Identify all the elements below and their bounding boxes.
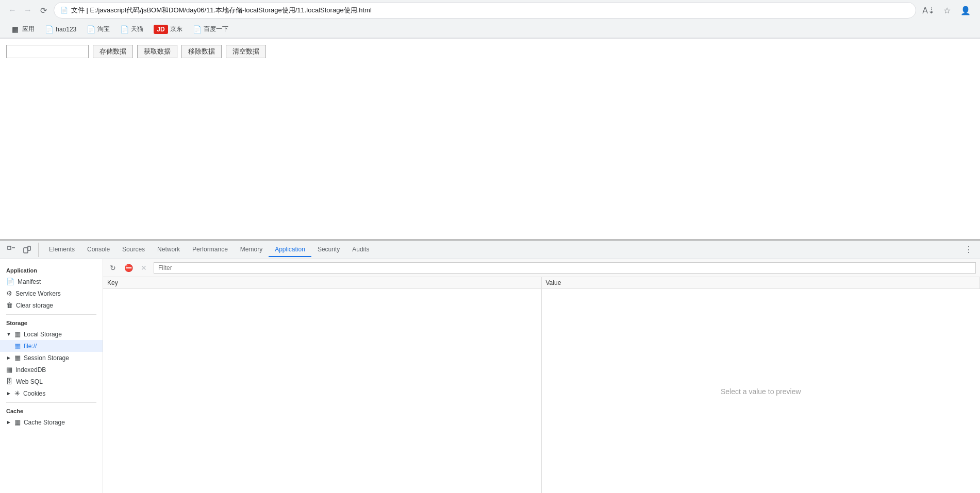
cache-storage-expand-icon: ► — [6, 419, 11, 425]
storage-key-panel — [103, 289, 542, 493]
apps-label: 应用 — [22, 25, 35, 33]
service-workers-icon: ⚙ — [6, 290, 12, 297]
bookmark-tianmao-label: 天猫 — [131, 25, 143, 33]
get-data-button[interactable]: 获取数据 — [137, 45, 177, 58]
sidebar-item-indexeddb[interactable]: ▦ IndexedDB — [0, 364, 103, 376]
sidebar-item-cookies[interactable]: ► ✳ Cookies — [0, 387, 103, 399]
back-button[interactable]: ← — [6, 4, 19, 16]
store-data-button[interactable]: 存储数据 — [93, 45, 133, 58]
tab-application[interactable]: Application — [269, 243, 311, 257]
sidebar-item-websql-label: Web SQL — [16, 378, 43, 385]
sidebar-section-application: Application — [0, 265, 103, 276]
devtools-tabbar: Elements Console Sources Network Perform… — [0, 241, 980, 259]
data-input[interactable] — [6, 45, 89, 58]
bookmark-jd[interactable]: JD 京东 — [150, 23, 186, 36]
sidebar-item-websql[interactable]: 🗄 Web SQL — [0, 376, 103, 387]
value-column-header: Value — [542, 277, 981, 288]
sidebar-divider-2 — [6, 402, 96, 403]
bookmark-baidu[interactable]: 📄 百度一下 — [189, 23, 232, 36]
websql-icon: 🗄 — [6, 378, 13, 385]
address-bar-text: 文件 | E:/javascript代码/jsBOM和DOM/day06/11.… — [71, 6, 909, 15]
device-toggle-icon[interactable] — [20, 243, 34, 257]
apps-button[interactable]: ▦ 应用 — [6, 23, 39, 36]
page-content: 存储数据 获取数据 移除数据 清空数据 — [0, 39, 980, 240]
profile-icon[interactable]: 👤 — [957, 2, 974, 19]
bookmark-icon[interactable]: ☆ — [939, 2, 955, 19]
translate-icon[interactable]: A⇣ — [920, 2, 937, 19]
tab-network[interactable]: Network — [151, 243, 186, 257]
inspect-element-icon[interactable] — [4, 243, 19, 257]
sidebar-item-manifest[interactable]: 📄 Manifest — [0, 276, 103, 287]
sidebar-item-service-workers[interactable]: ⚙ Service Workers — [0, 287, 103, 299]
tab-elements[interactable]: Elements — [43, 243, 81, 257]
cookies-expand-icon: ► — [6, 390, 11, 396]
sidebar-item-local-storage[interactable]: ▼ ▦ Local Storage — [0, 328, 103, 340]
sidebar-item-cache-storage-label: Cache Storage — [24, 419, 65, 426]
nav-buttons: ← → ⟳ — [6, 4, 49, 16]
bookmark-jd-icon: JD — [154, 25, 168, 34]
tab-audits[interactable]: Audits — [346, 243, 375, 257]
reload-button[interactable]: ⟳ — [37, 4, 49, 16]
tab-sources[interactable]: Sources — [116, 243, 151, 257]
browser-chrome: ← → ⟳ 📄 文件 | E:/javascript代码/jsBOM和DOM/d… — [0, 0, 980, 39]
devtools-storage-toolbar: ↻ ⛔ ✕ — [103, 259, 980, 277]
svg-rect-2 — [24, 248, 28, 253]
devtools-main-panel: ↻ ⛔ ✕ Key Value Select a value to previe… — [103, 259, 980, 493]
bookmark-hao123[interactable]: 📄 hao123 — [41, 23, 80, 36]
storage-table-body: Select a value to preview — [103, 289, 980, 493]
file-local-icon: ▦ — [14, 342, 21, 350]
sidebar-item-clear-storage[interactable]: 🗑 Clear storage — [0, 299, 103, 311]
tab-performance[interactable]: Performance — [186, 243, 234, 257]
tab-memory[interactable]: Memory — [234, 243, 269, 257]
delete-selected-button[interactable]: ⛔ — [123, 262, 134, 274]
svg-rect-3 — [28, 246, 30, 250]
storage-table-header: Key Value — [103, 277, 980, 289]
clear-data-button[interactable]: 清空数据 — [226, 45, 266, 58]
tab-security[interactable]: Security — [311, 243, 346, 257]
sidebar-item-manifest-label: Manifest — [18, 278, 41, 285]
sidebar-item-clear-storage-label: Clear storage — [16, 302, 53, 309]
sidebar-item-cookies-label: Cookies — [23, 390, 45, 397]
bookmark-tianmao-icon: 📄 — [120, 25, 129, 33]
address-security-icon: 📄 — [60, 7, 68, 14]
manifest-icon: 📄 — [6, 278, 14, 285]
bookmark-baidu-icon: 📄 — [193, 25, 202, 33]
bookmark-taobao[interactable]: 📄 淘宝 — [82, 23, 114, 36]
storage-filter-input[interactable] — [154, 262, 976, 274]
address-bar[interactable]: 📄 文件 | E:/javascript代码/jsBOM和DOM/day06/1… — [54, 2, 916, 19]
title-bar: ← → ⟳ 📄 文件 | E:/javascript代码/jsBOM和DOM/d… — [0, 0, 980, 21]
bookmark-taobao-label: 淘宝 — [97, 25, 110, 33]
sidebar-item-session-storage[interactable]: ► ▦ Session Storage — [0, 352, 103, 364]
tab-console[interactable]: Console — [81, 243, 116, 257]
bookmark-hao123-icon: 📄 — [45, 25, 54, 33]
page-controls: 存储数据 获取数据 移除数据 清空数据 — [6, 45, 974, 58]
sidebar-item-file-local-label: file:// — [24, 343, 37, 350]
sidebar-item-cache-storage[interactable]: ► ▦ Cache Storage — [0, 416, 103, 428]
sidebar-item-local-storage-label: Local Storage — [24, 331, 62, 338]
session-storage-expand-icon: ► — [6, 355, 11, 361]
cache-storage-icon: ▦ — [14, 418, 21, 426]
bookmark-jd-label: 京东 — [170, 25, 182, 33]
remove-data-button[interactable]: 移除数据 — [181, 45, 222, 58]
devtools-tool-icons — [4, 243, 39, 257]
clear-storage-icon: 🗑 — [6, 301, 13, 309]
devtools-more-menu[interactable]: ⋮ — [961, 243, 976, 257]
bookmark-tianmao[interactable]: 📄 天猫 — [116, 23, 147, 36]
cookies-icon: ✳ — [14, 389, 20, 397]
bookmark-hao123-label: hao123 — [56, 26, 76, 33]
sidebar-section-storage: Storage — [0, 318, 103, 328]
sidebar-item-indexeddb-label: IndexedDB — [15, 366, 46, 373]
devtools-panel: Elements Console Sources Network Perform… — [0, 240, 980, 493]
sidebar-item-file-local[interactable]: ▦ file:// — [0, 340, 103, 352]
sidebar-section-cache: Cache — [0, 406, 103, 416]
indexeddb-icon: ▦ — [6, 366, 12, 373]
devtools-sidebar: Application 📄 Manifest ⚙ Service Workers… — [0, 259, 103, 493]
refresh-storage-button[interactable]: ↻ — [107, 262, 119, 274]
bookmark-baidu-label: 百度一下 — [204, 25, 228, 33]
forward-button[interactable]: → — [22, 4, 34, 16]
clear-all-button[interactable]: ✕ — [138, 262, 150, 274]
sidebar-item-session-storage-label: Session Storage — [24, 354, 69, 362]
storage-table: Key Value Select a value to preview — [103, 277, 980, 493]
local-storage-icon: ▦ — [14, 330, 21, 338]
sidebar-divider-1 — [6, 314, 96, 315]
